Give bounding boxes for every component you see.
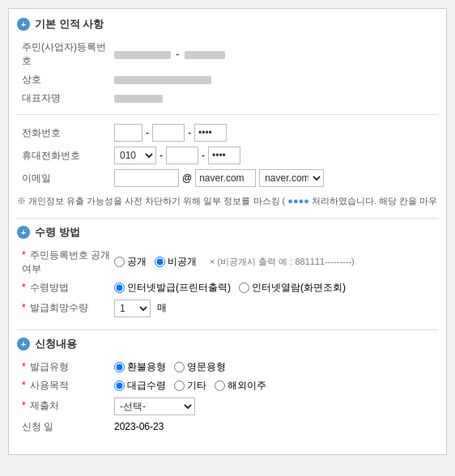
email-input[interactable] — [114, 169, 179, 187]
issue-count-unit: 매 — [157, 301, 167, 315]
issue-type-row: * 발급유형 환불용형 영문용형 — [17, 358, 438, 376]
resident-public-radio1[interactable] — [114, 257, 125, 267]
application-section: + 신청내용 * 발급유형 환불용형 영문용형 — [17, 337, 438, 436]
issue-type-option2[interactable]: 영문용형 — [174, 360, 226, 374]
phone-row: 전화번호 - - — [17, 121, 438, 144]
resident-public-label: * 주민등록번호 공개여부 — [17, 249, 114, 276]
apply-date-value: 2023-06-23 — [114, 421, 438, 432]
basic-info-icon: + — [17, 18, 30, 31]
mobile-prefix-select[interactable]: 010 011 016 017 019 — [114, 147, 156, 164]
issue-type-radio2[interactable] — [174, 362, 185, 372]
resident-no-mask2 — [185, 51, 225, 59]
privacy-notice: ※ 개인정보 유출 가능성을 사전 차단하기 위해 일부 정보를 마스킹 ( ●… — [17, 194, 438, 208]
divider2 — [17, 218, 438, 219]
phone-input2[interactable] — [152, 124, 185, 142]
use-purpose-option2[interactable]: 기타 — [174, 379, 206, 393]
receive-method-row: * 수령방법 인터넷발급(프린터출력) 인터넷열람(화면조회) — [17, 278, 438, 297]
at-symbol: @ — [182, 172, 192, 184]
phone-input1[interactable] — [114, 124, 142, 142]
receive-method-radio1[interactable] — [114, 283, 125, 293]
mobile-label: 휴대전화번호 — [17, 149, 114, 163]
submit-to-select[interactable]: -선택- — [114, 397, 195, 415]
mobile-value: 010 011 016 017 019 - - — [114, 147, 438, 164]
resident-public-value: 공개 비공개 × (비공개시 출력 예 : 881111---------) — [114, 255, 438, 269]
resident-no-value: - — [114, 49, 438, 60]
company-name-row: 상호 — [17, 70, 438, 89]
representative-label: 대표자명 — [17, 91, 114, 105]
receive-method-option1[interactable]: 인터넷발급(프린터출력) — [114, 281, 231, 295]
resident-no-label: 주민(사업자)등록번호 — [17, 40, 114, 68]
resident-no-mask1 — [114, 51, 171, 59]
basic-info-title: 기본 인적 사항 — [35, 17, 104, 32]
divider1 — [17, 114, 438, 115]
resident-no-row: 주민(사업자)등록번호 - — [17, 38, 438, 70]
use-purpose-value: 대급수령 기타 해외이주 — [114, 379, 438, 393]
issue-count-value: 1 2 3 4 5 매 — [114, 300, 438, 317]
representative-mask — [114, 95, 163, 103]
issue-count-label: * 발급회망수량 — [17, 301, 114, 315]
apply-date-label: 신청 일 — [17, 420, 114, 434]
resident-public-option1[interactable]: 공개 — [114, 255, 147, 269]
receive-method-label: * 수령방법 — [17, 281, 114, 295]
receive-method-radio2[interactable] — [239, 283, 249, 293]
mobile-row: 휴대전화번호 010 011 016 017 019 - - — [17, 144, 438, 167]
use-purpose-option1[interactable]: 대급수령 — [114, 379, 166, 393]
company-name-mask — [114, 76, 211, 84]
submit-to-row: * 제출처 -선택- — [17, 395, 438, 418]
application-title: 신청내용 — [35, 337, 77, 351]
use-purpose-radio2[interactable] — [174, 380, 185, 391]
method-icon: + — [17, 226, 30, 239]
method-header: + 수령 방법 — [17, 225, 438, 240]
application-icon: + — [17, 338, 30, 351]
phone-label: 전화번호 — [17, 126, 114, 140]
submit-to-value: -선택- — [114, 397, 438, 415]
resident-public-option2[interactable]: 비공개 — [155, 255, 197, 269]
representative-row: 대표자명 — [17, 89, 438, 108]
method-title: 수령 방법 — [35, 225, 80, 240]
apply-date-row: 신청 일 2023-06-23 — [17, 418, 438, 436]
basic-info-section: + 기본 인적 사항 주민(사업자)등록번호 - 상호 대표자명 — [17, 17, 438, 208]
submit-to-label: * 제출처 — [17, 399, 114, 413]
phone-input3[interactable] — [194, 124, 227, 142]
use-purpose-radio3[interactable] — [215, 380, 225, 391]
method-section: + 수령 방법 * 주민등록번호 공개여부 공개 비공개 — [17, 225, 438, 320]
email-domain-select[interactable]: naver.com gmail.com daum.net nate.com — [259, 169, 324, 187]
issue-count-select[interactable]: 1 2 3 4 5 — [114, 300, 151, 317]
company-name-value — [114, 74, 438, 86]
basic-info-header: + 기본 인적 사항 — [17, 17, 438, 32]
issue-count-row: * 발급회망수량 1 2 3 4 5 매 — [17, 297, 438, 320]
main-container: + 기본 인적 사항 주민(사업자)등록번호 - 상호 대표자명 — [8, 8, 447, 455]
email-label: 이메일 — [17, 172, 114, 185]
company-name-label: 상호 — [17, 73, 114, 87]
use-purpose-row: * 사용목적 대급수령 기타 해외이주 — [17, 376, 438, 395]
email-domain-input[interactable] — [195, 169, 256, 187]
receive-method-value: 인터넷발급(프린터출력) 인터넷열람(화면조회) — [114, 281, 438, 295]
application-header: + 신청내용 — [17, 337, 438, 351]
issue-type-label: * 발급유형 — [17, 360, 114, 374]
use-purpose-radio1[interactable] — [114, 380, 125, 391]
issue-type-radio1[interactable] — [114, 362, 125, 372]
resident-public-hint: × (비공개시 출력 예 : 881111---------) — [210, 256, 355, 268]
issue-type-option1[interactable]: 환불용형 — [114, 360, 166, 374]
resident-public-radio2[interactable] — [155, 257, 165, 267]
issue-type-value: 환불용형 영문용형 — [114, 360, 438, 374]
mobile-input2[interactable] — [166, 147, 198, 164]
representative-value — [114, 93, 438, 104]
use-purpose-option3[interactable]: 해외이주 — [215, 379, 266, 393]
divider3 — [17, 329, 438, 330]
use-purpose-label: * 사용목적 — [17, 379, 114, 393]
resident-public-row: * 주민등록번호 공개여부 공개 비공개 × (비공개시 출력 예 : 8811… — [17, 246, 438, 278]
email-value: @ naver.com gmail.com daum.net nate.com — [114, 169, 438, 187]
email-row: 이메일 @ naver.com gmail.com daum.net nate.… — [17, 167, 438, 189]
mobile-input3[interactable] — [208, 147, 240, 164]
phone-value: - - — [114, 124, 438, 142]
receive-method-option2[interactable]: 인터넷열람(화면조회) — [239, 281, 346, 295]
